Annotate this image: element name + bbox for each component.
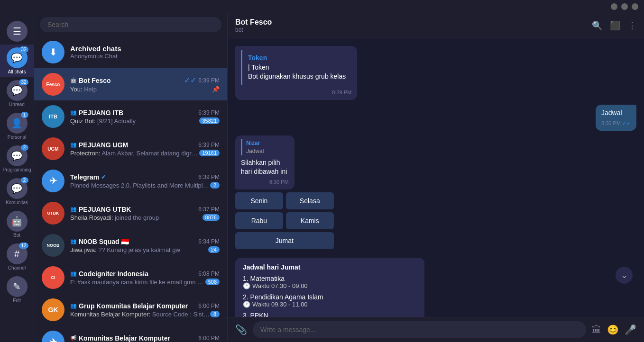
- msg-outgoing-jadwal: Jadwal 8:30 PM ✓✓: [596, 105, 636, 131]
- outgoing-jadwal-text: Jadwal: [601, 108, 631, 118]
- chat-header: Bot Fesco bot 🔍 ⬛ ⋮: [228, 13, 644, 38]
- day-btn-jumat[interactable]: Jumat: [235, 232, 334, 249]
- msg-schedule: Jadwal hari Jumat 1. Matematika 🕐 Waktu …: [235, 258, 424, 317]
- chat-item-pejuang-utbk[interactable]: UTBK 👥 PEJUANG UTBK 6:37 PM Sheila Rosya…: [34, 197, 227, 229]
- sidebar-nav: ☰ 💬 32 All chats 💬 32 Unread 👤 1 Persona…: [0, 13, 34, 342]
- unread-badge-pejuang-utbk: 8876: [202, 214, 220, 221]
- archived-title: Archived chats: [70, 45, 121, 53]
- chat-item-grup-komunitas[interactable]: GK 👥 Grup Komunitas Belajar Komputer 6:0…: [34, 294, 227, 326]
- bot-prompt-text: Silahkan pilih hari dibawah ini: [241, 158, 289, 177]
- token-desc: | Token Bot digunakan khusus grub kelas: [248, 63, 346, 81]
- sidebar-item-all-chats[interactable]: 💬 32 All chats: [0, 45, 34, 77]
- close-button[interactable]: [632, 3, 638, 10]
- unread-label: Unread: [9, 102, 25, 107]
- unread-badge-codeigniter: 508: [205, 279, 220, 285]
- chat-item-komunitas-belajar[interactable]: ✈ 📢 Komunitas Belajar Komputer 6:00 PM S…: [34, 326, 227, 342]
- sticker-button[interactable]: 😊: [607, 324, 619, 335]
- sidebar-item-channel[interactable]: # 12 Channel: [0, 241, 34, 273]
- pin-icon: 📌: [212, 86, 220, 93]
- emoji-button[interactable]: 🏛: [592, 324, 601, 335]
- read-receipt: ✓✓: [622, 120, 631, 127]
- chat-item-codeigniter[interactable]: CI 👥 Codeigniter Indonesia 6:08 PM F: #a…: [34, 261, 227, 294]
- channel-icon: # 12: [7, 243, 28, 264]
- day-btn-selasa[interactable]: Selasa: [286, 192, 334, 209]
- chat-item-bot-fesco[interactable]: Fesco 🤖 Bot Fesco ✓✓ 6:39 PM: [34, 68, 227, 100]
- search-button[interactable]: 🔍: [592, 20, 602, 31]
- avatar-grup-komunitas: GK: [42, 298, 64, 321]
- scroll-down-button[interactable]: ⌄: [616, 267, 633, 284]
- message-input[interactable]: [253, 321, 586, 338]
- messages-container: Token | Token Bot digunakan khusus grub …: [228, 38, 644, 317]
- bot-prompt-time: 8:30 PM: [269, 179, 289, 186]
- all-chats-label: All chats: [8, 69, 26, 74]
- menu-icon: ☰: [7, 21, 28, 42]
- chat-time-telegram: 6:39 PM: [198, 174, 220, 180]
- unread-badge-n00b: 24: [208, 246, 220, 253]
- edit-label: Edit: [13, 298, 21, 303]
- chat-name-pejuang-utbk: 👥 PEJUANG UTBK: [70, 206, 131, 213]
- sidebar-item-komunitas[interactable]: 💬 2 Komunitas: [0, 175, 34, 208]
- attach-button[interactable]: 📎: [235, 324, 247, 335]
- day-btn-senin[interactable]: Senin: [235, 192, 283, 209]
- unread-badge: 32: [19, 79, 28, 85]
- chat-time-grup-komunitas: 6:00 PM: [198, 303, 220, 309]
- archived-subtitle: Anonymous Chat: [70, 53, 121, 60]
- avatar-n00b: NOOB: [42, 234, 64, 257]
- chat-input-bar: 📎 🏛 😊 🎤: [228, 317, 644, 342]
- avatar-codeigniter: CI: [42, 266, 64, 289]
- edit-icon: ✎: [7, 276, 28, 297]
- read-check: ✓✓: [184, 76, 196, 85]
- sidebar-item-menu[interactable]: ☰: [0, 18, 34, 45]
- chat-preview-bot-fesco: You: Help: [70, 86, 212, 93]
- outgoing-jadwal-time: 8:30 PM: [601, 120, 621, 127]
- bot-label: Bot: [13, 233, 20, 238]
- msg-bot-prompt: Nizar Jadwal Silahkan pilih hari dibawah…: [235, 135, 294, 189]
- more-button[interactable]: ⋮: [628, 20, 636, 31]
- avatar-bot-fesco: Fesco: [42, 73, 64, 96]
- chat-name-bot-fesco: 🤖 Bot Fesco: [70, 77, 111, 84]
- chat-item-telegram[interactable]: ✈ Telegram ✔ 6:39 PM Pinned Messages 2.0…: [34, 165, 227, 197]
- chat-item-pejuang-itb[interactable]: ITB 👥 PEJUANG ITB 6:39 PM Quiz Bot: [9/2…: [34, 100, 227, 133]
- sidebar-item-unread[interactable]: 💬 32 Unread: [0, 77, 34, 110]
- reply-text: Jadwal: [246, 147, 289, 155]
- maximize-button[interactable]: [621, 3, 628, 10]
- reply-quote: Nizar Jadwal: [241, 139, 289, 155]
- sidebar-item-personal[interactable]: 👤 1 Personal: [0, 110, 34, 143]
- chat-time-n00b: 6:34 PM: [198, 238, 220, 245]
- channel-badge: 12: [19, 243, 28, 249]
- chat-header-title: Bot Fesco: [235, 18, 586, 27]
- chat-header-subtitle: bot: [235, 27, 586, 33]
- token-time: 8:29 PM: [332, 89, 351, 96]
- sidebar-item-programming[interactable]: 💬 2 Programming: [0, 143, 34, 175]
- search-input[interactable]: [40, 17, 221, 32]
- minimize-button[interactable]: [611, 3, 617, 10]
- day-btn-rabu[interactable]: Rabu: [235, 212, 283, 229]
- mic-button[interactable]: 🎤: [625, 324, 636, 335]
- msg-token: Token | Token Bot digunakan khusus grub …: [235, 46, 357, 100]
- sidebar-item-edit[interactable]: ✎ Edit: [0, 273, 34, 306]
- unread-icon: 💬 32: [7, 80, 28, 101]
- unread-badge-telegram: 2: [210, 182, 220, 189]
- archived-chats-row[interactable]: ⬇ Archived chats Anonymous Chat: [34, 36, 227, 68]
- layout-button[interactable]: ⬛: [610, 20, 620, 31]
- avatar-pejuang-itb: ITB: [42, 105, 64, 128]
- avatar-telegram: ✈: [42, 170, 64, 192]
- msg-row-schedule: Jadwal hari Jumat 1. Matematika 🕐 Waktu …: [235, 258, 636, 317]
- chat-item-pejuang-ugm[interactable]: UGM 👥 PEJUANG UGM 6:39 PM Protectron: Al…: [34, 133, 227, 165]
- komunitas-badge: 2: [21, 177, 28, 183]
- chat-time-codeigniter: 6:08 PM: [198, 270, 220, 277]
- chat-time-bot-fesco: 6:39 PM: [198, 77, 220, 84]
- msg-row-day-selector: Nizar Jadwal Silahkan pilih hari dibawah…: [235, 135, 636, 253]
- chat-preview-grup-komunitas: Komunitas Belajar Komputer: Source Code …: [70, 311, 210, 318]
- chat-time-komunitas-belajar: 6:00 PM: [198, 335, 220, 342]
- chat-name-pejuang-itb: 👥 PEJUANG ITB: [70, 109, 123, 117]
- bot-icon: 🤖: [7, 211, 28, 232]
- sidebar-item-bot[interactable]: 🤖 Bot: [0, 208, 34, 241]
- day-btn-kamis[interactable]: Kamis: [286, 212, 334, 229]
- chat-time-pejuang-utbk: 6:37 PM: [198, 206, 220, 213]
- personal-badge: 1: [21, 112, 28, 118]
- chat-preview-telegram: Pinned Messages 2.0, Playlists and More …: [70, 182, 210, 189]
- chat-item-n00b[interactable]: NOOB 👥 N0OB Squad 🇮🇩 6:34 PM Jiwa jiwa: …: [34, 229, 227, 261]
- chat-name-n00b: 👥 N0OB Squad 🇮🇩: [70, 238, 129, 245]
- verified-icon: ✔: [101, 174, 106, 180]
